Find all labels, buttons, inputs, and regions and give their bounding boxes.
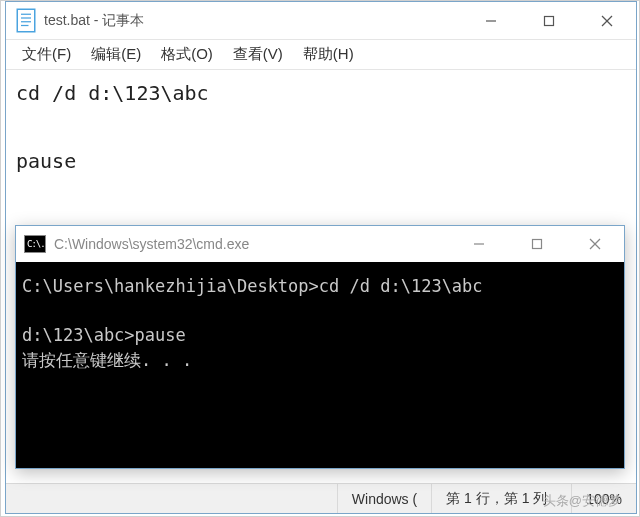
menu-help[interactable]: 帮助(H) — [293, 41, 364, 68]
minimize-button[interactable] — [462, 2, 520, 39]
cmd-line: 请按任意键继续. . . — [22, 350, 192, 370]
close-button[interactable] — [566, 226, 624, 262]
menu-file[interactable]: 文件(F) — [12, 41, 81, 68]
cmd-line: C:\Users\hankezhijia\Desktop>cd /d d:\12… — [22, 276, 483, 296]
menu-format[interactable]: 格式(O) — [151, 41, 223, 68]
cmd-window: C:\. C:\Windows\system32\cmd.exe C:\User… — [15, 225, 625, 469]
maximize-button[interactable] — [508, 226, 566, 262]
minimize-button[interactable] — [450, 226, 508, 262]
status-platform: Windows ( — [337, 484, 431, 513]
notepad-window-controls — [462, 2, 636, 39]
svg-rect-10 — [533, 240, 542, 249]
notepad-title: test.bat - 记事本 — [44, 12, 462, 30]
cmd-title: C:\Windows\system32\cmd.exe — [54, 236, 450, 252]
svg-rect-0 — [17, 9, 35, 32]
status-zoom: 100% — [571, 484, 636, 513]
cmd-output[interactable]: C:\Users\hankezhijia\Desktop>cd /d d:\12… — [16, 262, 624, 468]
notepad-titlebar[interactable]: test.bat - 记事本 — [6, 2, 636, 40]
notepad-menubar: 文件(F) 编辑(E) 格式(O) 查看(V) 帮助(H) — [6, 40, 636, 70]
menu-edit[interactable]: 编辑(E) — [81, 41, 151, 68]
close-button[interactable] — [578, 2, 636, 39]
notepad-icon — [16, 11, 36, 31]
notepad-statusbar: Windows ( 第 1 行，第 1 列 100% — [6, 483, 636, 513]
menu-view[interactable]: 查看(V) — [223, 41, 293, 68]
cmd-window-controls — [450, 226, 624, 262]
cmd-titlebar[interactable]: C:\. C:\Windows\system32\cmd.exe — [16, 226, 624, 262]
status-cursor-position: 第 1 行，第 1 列 — [431, 484, 571, 513]
cmd-line: d:\123\abc>pause — [22, 325, 186, 345]
maximize-button[interactable] — [520, 2, 578, 39]
cmd-icon: C:\. — [24, 235, 46, 253]
svg-rect-6 — [545, 16, 554, 25]
